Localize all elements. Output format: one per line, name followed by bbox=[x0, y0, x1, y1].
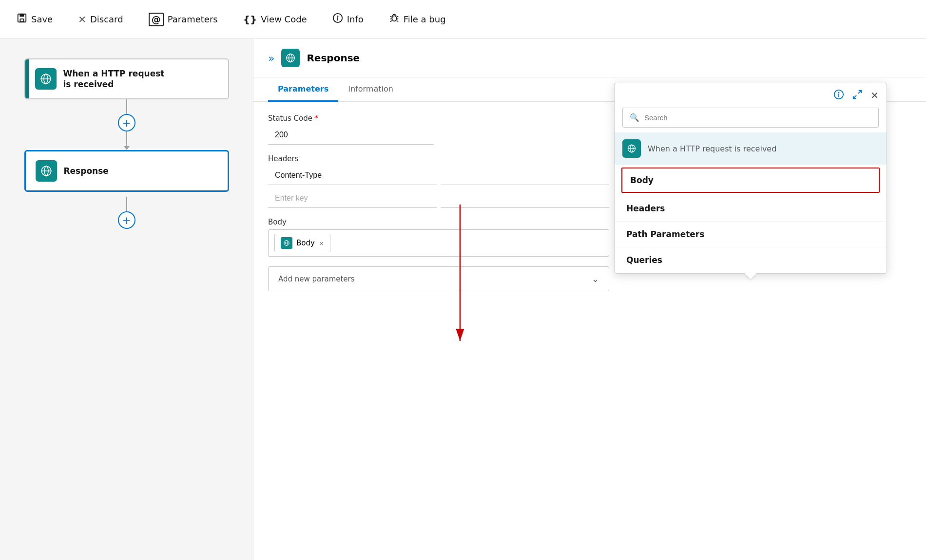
response-node-icon bbox=[36, 160, 57, 182]
file-bug-button[interactable]: File a bug bbox=[384, 10, 451, 29]
view-code-button[interactable]: {} View Code bbox=[238, 11, 312, 28]
line-2 bbox=[126, 131, 127, 146]
response-node-label: Response bbox=[64, 166, 109, 176]
dropdown-expand-icon[interactable] bbox=[852, 89, 863, 102]
trigger-item[interactable]: When a HTTP request is received bbox=[615, 132, 887, 165]
svg-rect-2 bbox=[20, 19, 23, 22]
dropdown-info-icon[interactable] bbox=[833, 89, 844, 102]
search-box[interactable]: 🔍 bbox=[622, 108, 879, 128]
parameters-icon: @ bbox=[149, 13, 164, 26]
response-node[interactable]: Response bbox=[24, 150, 229, 192]
status-code-input[interactable] bbox=[268, 126, 434, 145]
dropdown-panel: ✕ 🔍 When a HTTP request is received Body… bbox=[614, 83, 887, 274]
body-chip[interactable]: Body × bbox=[274, 234, 330, 252]
dropdown-option-headers[interactable]: Headers bbox=[615, 196, 887, 222]
search-icon: 🔍 bbox=[630, 113, 639, 122]
save-label: Save bbox=[31, 14, 53, 24]
dropdown-header: ✕ bbox=[615, 83, 887, 108]
response-header: » Response bbox=[253, 39, 926, 77]
trigger-label: When a HTTP request is received bbox=[648, 144, 776, 153]
chip-icon bbox=[281, 237, 292, 249]
save-button[interactable]: Save bbox=[12, 10, 58, 29]
chevron-down-icon: ⌄ bbox=[592, 274, 599, 284]
chip-label: Body bbox=[296, 239, 315, 247]
header-value-input[interactable] bbox=[441, 166, 609, 185]
dropdown-callout bbox=[745, 273, 756, 279]
toolbar: Save ✕ Discard @ Parameters {} View Code… bbox=[0, 0, 926, 39]
expand-left-icon[interactable]: » bbox=[268, 52, 274, 64]
svg-line-8 bbox=[396, 16, 398, 17]
body-input-container[interactable]: Body × bbox=[268, 229, 609, 257]
svg-line-11 bbox=[390, 21, 392, 22]
header-value-input-2[interactable] bbox=[441, 189, 609, 208]
response-panel: » Response Parameters Information Status… bbox=[253, 39, 926, 560]
trigger-item-icon bbox=[622, 139, 641, 158]
parameters-label: Parameters bbox=[168, 14, 218, 24]
view-code-icon: {} bbox=[243, 14, 257, 25]
trigger-node-label: When a HTTP request is received bbox=[63, 68, 165, 90]
discard-button[interactable]: ✕ Discard bbox=[73, 11, 128, 28]
trigger-node-icon bbox=[35, 68, 57, 90]
tab-parameters[interactable]: Parameters bbox=[268, 77, 338, 102]
add-step-btn-1[interactable]: + bbox=[118, 114, 135, 131]
view-code-label: View Code bbox=[261, 14, 307, 24]
svg-line-21 bbox=[853, 95, 856, 98]
dropdown-option-queries[interactable]: Queries bbox=[615, 247, 887, 273]
save-icon bbox=[17, 13, 27, 26]
headers-grid bbox=[268, 166, 609, 208]
dropdown-option-body[interactable]: Body bbox=[621, 168, 880, 193]
add-params-bar[interactable]: Add new parameters ⌄ bbox=[268, 266, 609, 291]
response-header-icon bbox=[281, 49, 300, 67]
svg-line-12 bbox=[396, 21, 398, 22]
dropdown-option-path-params[interactable]: Path Parameters bbox=[615, 222, 887, 247]
info-label: Info bbox=[347, 14, 364, 24]
arrow-1 bbox=[124, 146, 130, 150]
svg-point-6 bbox=[392, 16, 396, 21]
header-key-input-2[interactable] bbox=[268, 189, 437, 208]
http-trigger-node[interactable]: When a HTTP request is received bbox=[24, 58, 229, 99]
add-params-label: Add new parameters bbox=[278, 275, 355, 283]
connector-1: + bbox=[118, 99, 135, 150]
header-key-input[interactable] bbox=[268, 166, 437, 185]
discard-icon: ✕ bbox=[78, 14, 86, 25]
info-icon bbox=[332, 13, 343, 26]
file-bug-label: File a bug bbox=[404, 14, 446, 24]
chip-close-btn[interactable]: × bbox=[319, 240, 324, 247]
discard-label: Discard bbox=[90, 14, 123, 24]
line-1 bbox=[126, 99, 127, 114]
dropdown-close-icon[interactable]: ✕ bbox=[870, 90, 879, 101]
connector-2: + bbox=[118, 197, 135, 229]
bug-icon bbox=[389, 13, 400, 26]
line-3 bbox=[126, 197, 127, 211]
tab-information[interactable]: Information bbox=[338, 77, 403, 102]
response-title: Response bbox=[307, 52, 360, 64]
svg-line-20 bbox=[858, 91, 861, 93]
add-step-btn-2[interactable]: + bbox=[118, 211, 135, 229]
info-button[interactable]: Info bbox=[328, 10, 368, 29]
main-area: When a HTTP request is received + Respon… bbox=[0, 39, 926, 560]
svg-rect-1 bbox=[19, 14, 24, 17]
required-indicator: * bbox=[314, 113, 318, 123]
node-bar bbox=[25, 59, 29, 98]
flow-canvas: When a HTTP request is received + Respon… bbox=[0, 39, 253, 560]
svg-line-7 bbox=[390, 16, 392, 17]
search-input[interactable] bbox=[644, 113, 871, 122]
parameters-button[interactable]: @ Parameters bbox=[144, 10, 223, 29]
